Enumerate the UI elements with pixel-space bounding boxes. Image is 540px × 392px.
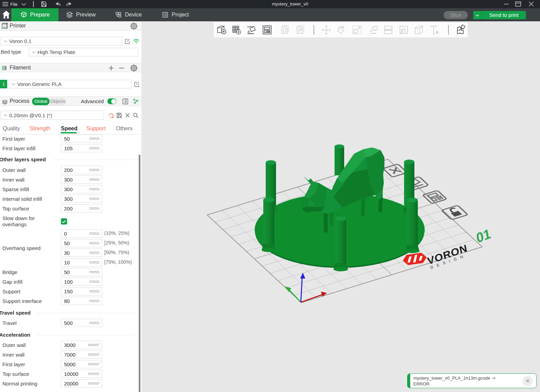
svg-text:mystery_tower_v0: mystery_tower_v0 bbox=[272, 1, 308, 7]
svg-text:AUTO: AUTO bbox=[247, 26, 253, 28]
svg-text:a: a bbox=[436, 29, 438, 35]
svg-text:File: File bbox=[10, 2, 18, 7]
svg-text:01: 01 bbox=[475, 226, 492, 246]
